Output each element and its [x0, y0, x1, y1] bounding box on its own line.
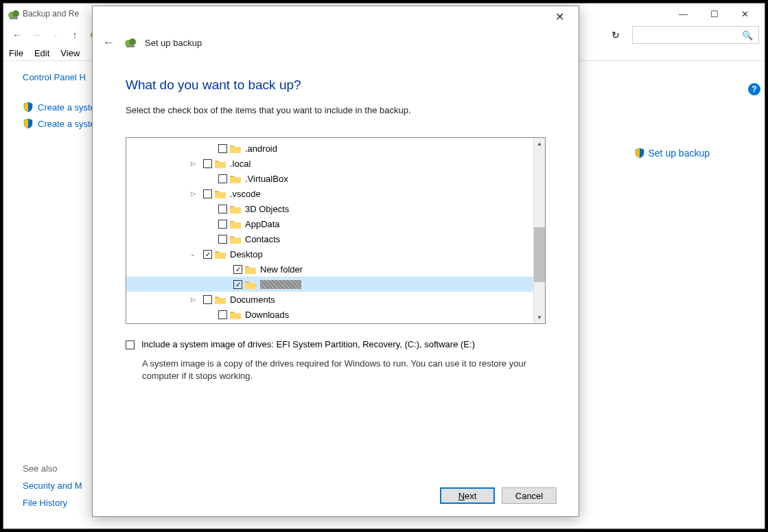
dialog-heading: What do you want to back up?: [126, 78, 546, 93]
tree-item[interactable]: New folder: [126, 262, 533, 277]
svg-point-1: [12, 10, 19, 17]
tree-item-label: AppData: [245, 219, 280, 229]
shield-icon: [23, 102, 34, 113]
tree-item[interactable]: ⌄Desktop: [126, 246, 533, 262]
tree-item-label: .android: [245, 143, 277, 154]
nav-up-button[interactable]: ↑: [67, 27, 83, 43]
folder-icon: [245, 265, 256, 274]
menu-edit[interactable]: Edit: [34, 48, 49, 58]
tree-item-label: .vscode: [230, 189, 261, 199]
shield-icon: [634, 148, 645, 159]
folder-icon: [215, 295, 226, 304]
nav-forward-button[interactable]: →: [28, 27, 45, 43]
minimize-button[interactable]: —: [668, 3, 699, 24]
file-history-link[interactable]: File History: [23, 498, 82, 508]
backup-wizard-dialog: ✕ ← Set up backup What do you want to ba…: [92, 5, 579, 517]
tree-item-label: New folder: [260, 264, 303, 275]
tree-item-label: Documents: [230, 294, 275, 305]
tree-item-label: Contacts: [245, 234, 280, 244]
tree-item-label: .VirtualBox: [245, 174, 288, 184]
tree-checkbox[interactable]: [233, 265, 242, 274]
system-image-option: Include a system image of drives: EFI Sy…: [126, 324, 546, 349]
tree-checkbox[interactable]: [218, 174, 227, 183]
see-also-section: See also Security and M File History: [23, 463, 82, 515]
tree-checkbox[interactable]: [218, 220, 227, 229]
security-link[interactable]: Security and M: [23, 481, 82, 491]
dialog-header: ← Set up backup: [93, 30, 579, 56]
scroll-down-button[interactable]: ▼: [534, 312, 545, 323]
scroll-thumb[interactable]: [534, 227, 545, 282]
system-image-description: A system image is a copy of the drives r…: [126, 349, 546, 382]
tree-item[interactable]: ▷Documents: [126, 292, 533, 307]
tree-checkbox[interactable]: [203, 189, 212, 198]
tree-item[interactable]: 3D Objects: [126, 201, 533, 216]
cancel-button[interactable]: Cancel: [502, 487, 557, 504]
refresh-button[interactable]: ↻: [605, 25, 627, 45]
tree-checkbox[interactable]: [218, 310, 227, 319]
tree-item[interactable]: .android: [126, 141, 533, 156]
dialog-app-icon: [124, 36, 137, 49]
folder-icon: [230, 174, 241, 183]
expand-chevron-icon[interactable]: ▷: [188, 296, 198, 303]
folder-icon: [230, 144, 241, 153]
see-also-heading: See also: [23, 463, 82, 474]
dialog-title: Set up backup: [145, 38, 202, 48]
nav-back-button[interactable]: ←: [9, 27, 25, 43]
tree-item-label: Desktop: [230, 249, 263, 259]
tree-checkbox[interactable]: [218, 205, 227, 213]
tree-checkbox[interactable]: [218, 235, 227, 244]
dialog-buttons: Next Cancel: [440, 487, 557, 504]
folder-icon: [215, 159, 226, 168]
tree-scrollbar[interactable]: ▲ ▼: [533, 138, 545, 323]
tree-checkbox[interactable]: [203, 159, 212, 168]
folder-icon: [245, 280, 256, 289]
tree-checkbox[interactable]: [203, 295, 212, 304]
search-icon: 🔍: [742, 30, 753, 41]
tree-item[interactable]: Contacts: [126, 231, 533, 246]
menu-file[interactable]: File: [9, 48, 23, 58]
folder-tree: .android▷.local.VirtualBox▷.vscode3D Obj…: [126, 137, 546, 324]
svg-rect-2: [10, 17, 18, 19]
folder-icon: [230, 205, 241, 213]
folder-tree-inner[interactable]: .android▷.local.VirtualBox▷.vscode3D Obj…: [126, 138, 533, 323]
tree-item-label: [260, 280, 301, 289]
folder-icon: [230, 310, 241, 319]
app-icon: [8, 8, 19, 19]
dialog-back-button[interactable]: ←: [101, 35, 116, 50]
menu-view[interactable]: View: [60, 48, 80, 58]
maximize-button[interactable]: ☐: [699, 3, 730, 24]
close-button[interactable]: ✕: [730, 3, 760, 24]
expand-chevron-icon[interactable]: ⌄: [188, 251, 198, 257]
tree-checkbox[interactable]: [203, 250, 212, 259]
set-up-backup-label: Set up backup: [648, 148, 710, 159]
next-button[interactable]: Next: [440, 487, 495, 504]
scroll-up-button[interactable]: ▲: [534, 138, 545, 150]
nav-recent-dropdown[interactable]: ⌄: [47, 27, 64, 43]
shield-icon: [23, 118, 34, 129]
folder-icon: [215, 250, 226, 259]
set-up-backup-link[interactable]: Set up backup: [634, 148, 710, 159]
tree-item[interactable]: ▷.local: [126, 156, 533, 171]
expand-chevron-icon[interactable]: ▷: [188, 160, 198, 167]
tree-item-label: Downloads: [245, 310, 289, 320]
tree-item[interactable]: .VirtualBox: [126, 171, 533, 186]
tree-checkbox[interactable]: [233, 280, 242, 289]
tree-item[interactable]: AppData: [126, 216, 533, 231]
tree-checkbox[interactable]: [218, 144, 227, 153]
folder-icon: [215, 189, 226, 198]
search-input[interactable]: 🔍: [632, 26, 759, 44]
tree-item[interactable]: [126, 277, 533, 292]
system-image-label: Include a system image of drives: EFI Sy…: [141, 339, 475, 349]
tree-item-label: 3D Objects: [245, 204, 289, 214]
dialog-close-button[interactable]: ✕: [546, 6, 573, 27]
dialog-titlebar: ✕: [93, 6, 579, 30]
tree-item[interactable]: Downloads: [126, 307, 533, 322]
tree-item[interactable]: ▷.vscode: [126, 186, 533, 201]
dialog-body: What do you want to back up? Select the …: [93, 56, 579, 382]
dialog-subtitle: Select the check box of the items that y…: [126, 105, 546, 115]
folder-icon: [230, 220, 241, 229]
tree-item-label: .local: [230, 159, 251, 169]
system-image-checkbox[interactable]: [126, 340, 135, 349]
svg-rect-8: [126, 45, 135, 47]
expand-chevron-icon[interactable]: ▷: [188, 190, 198, 197]
